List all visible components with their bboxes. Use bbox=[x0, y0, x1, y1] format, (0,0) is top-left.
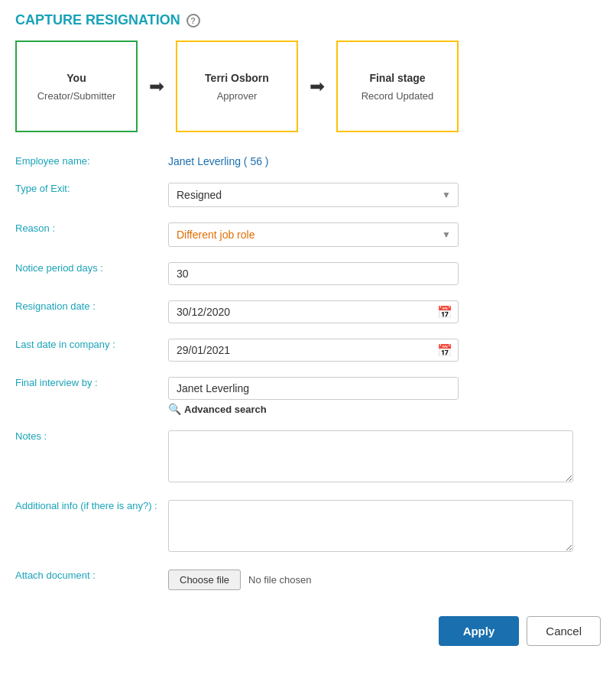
workflow-step-final: Final stage Record Updated bbox=[336, 41, 459, 132]
type-of-exit-select[interactable]: Resigned Terminated Retired bbox=[168, 183, 459, 207]
reason-label: Reason : bbox=[15, 218, 168, 234]
employee-name-label: Employee name: bbox=[15, 151, 168, 167]
page-title-row: CAPTURE RESIGNATION ? bbox=[15, 12, 601, 28]
resignation-date-row: Resignation date : 📅 bbox=[15, 296, 601, 323]
step-you-name: You bbox=[66, 72, 86, 84]
last-date-input[interactable] bbox=[168, 339, 459, 362]
page-title: CAPTURE RESIGNATION bbox=[15, 12, 180, 28]
type-of-exit-label: Type of Exit: bbox=[15, 178, 168, 194]
apply-button[interactable]: Apply bbox=[439, 616, 520, 646]
notes-label: Notes : bbox=[15, 426, 168, 442]
workflow-arrow-2: ➡ bbox=[298, 76, 336, 97]
employee-name-row: Employee name: Janet Leverling ( 56 ) bbox=[15, 151, 601, 167]
additional-info-textarea[interactable] bbox=[168, 500, 573, 552]
resignation-date-calendar-icon[interactable]: 📅 bbox=[437, 305, 452, 320]
choose-file-button[interactable]: Choose file bbox=[168, 570, 241, 590]
notes-row: Notes : bbox=[15, 426, 601, 485]
final-interview-label: Final interview by : bbox=[15, 372, 168, 388]
final-interview-row: Final interview by : 🔍 Advanced search bbox=[15, 372, 601, 415]
type-of-exit-value: Resigned Terminated Retired ▼ bbox=[168, 178, 601, 207]
footer-buttons: Apply Cancel bbox=[15, 608, 601, 646]
type-of-exit-row: Type of Exit: Resigned Terminated Retire… bbox=[15, 178, 601, 207]
step-you-role: Creator/Submitter bbox=[37, 90, 116, 102]
final-interview-input[interactable] bbox=[168, 377, 459, 400]
attach-document-label: Attach document : bbox=[15, 565, 168, 581]
last-date-row: Last date in company : 📅 bbox=[15, 334, 601, 362]
advanced-search-label: Advanced search bbox=[184, 404, 267, 415]
additional-info-row: Additional info (if there is any?) : bbox=[15, 495, 601, 554]
cancel-button[interactable]: Cancel bbox=[527, 616, 601, 646]
resignation-date-input[interactable] bbox=[168, 300, 459, 323]
employee-name-value: Janet Leverling ( 56 ) bbox=[168, 151, 601, 167]
resignation-date-label: Resignation date : bbox=[15, 296, 168, 312]
last-date-label: Last date in company : bbox=[15, 334, 168, 350]
step-approver-role: Approver bbox=[217, 90, 258, 102]
reason-row: Reason : Different job role Personal rea… bbox=[15, 218, 601, 247]
reason-select[interactable]: Different job role Personal reasons Othe… bbox=[168, 222, 459, 247]
workflow-arrow-1: ➡ bbox=[138, 76, 176, 97]
step-final-name: Final stage bbox=[369, 72, 425, 84]
no-file-text: No file chosen bbox=[248, 574, 311, 586]
reason-value: Different job role Personal reasons Othe… bbox=[168, 218, 601, 247]
search-icon: 🔍 bbox=[168, 403, 181, 415]
workflow-steps: You Creator/Submitter ➡ Terri Osborn App… bbox=[15, 41, 601, 132]
workflow-step-you: You Creator/Submitter bbox=[15, 41, 138, 132]
step-final-role: Record Updated bbox=[361, 90, 434, 102]
attach-document-row: Attach document : Choose file No file ch… bbox=[15, 565, 601, 590]
additional-info-label: Additional info (if there is any?) : bbox=[15, 495, 168, 511]
step-approver-name: Terri Osborn bbox=[205, 72, 269, 84]
help-icon[interactable]: ? bbox=[186, 14, 200, 28]
last-date-calendar-icon[interactable]: 📅 bbox=[437, 343, 452, 358]
attach-wrap: Choose file No file chosen bbox=[168, 570, 601, 590]
notice-period-row: Notice period days : bbox=[15, 258, 601, 285]
advanced-search-row[interactable]: 🔍 Advanced search bbox=[168, 403, 459, 415]
notice-period-label: Notice period days : bbox=[15, 258, 168, 274]
notes-textarea[interactable] bbox=[168, 430, 573, 482]
resignation-form: Employee name: Janet Leverling ( 56 ) Ty… bbox=[15, 151, 601, 590]
workflow-step-approver: Terri Osborn Approver bbox=[176, 41, 298, 132]
choose-file-label[interactable]: Choose file bbox=[168, 570, 241, 590]
notice-period-input[interactable] bbox=[168, 262, 459, 285]
